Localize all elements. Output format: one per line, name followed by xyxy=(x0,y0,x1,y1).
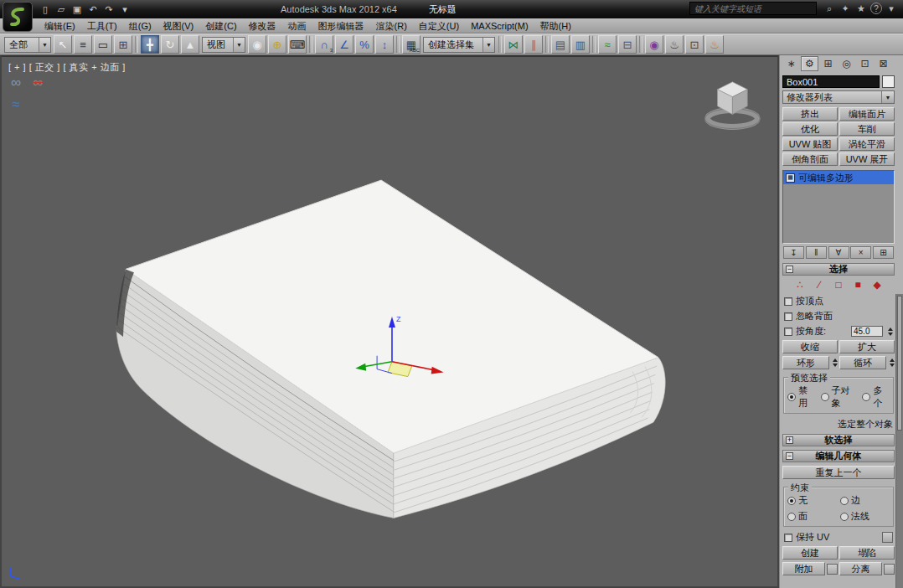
detach-settings-button[interactable] xyxy=(884,564,895,575)
tab-hierarchy[interactable]: ⊞ xyxy=(819,56,837,71)
attach-button[interactable]: 附加 xyxy=(782,562,825,575)
use-pivot-center-icon[interactable]: ◉ xyxy=(248,35,266,54)
border-subobject-icon[interactable]: □ xyxy=(833,279,845,291)
unlink-selection-icon[interactable]: ∞ xyxy=(27,72,49,94)
snap-toggle-3d-icon[interactable]: ∩3 xyxy=(315,35,333,54)
curve-editor-icon[interactable]: ≈ xyxy=(598,35,617,54)
grow-button[interactable]: 扩大 xyxy=(839,340,895,353)
selection-filter-dropdown[interactable]: 全部 xyxy=(4,37,51,53)
ignore-backfacing-checkbox[interactable]: 忽略背面 xyxy=(784,310,893,322)
menu-item[interactable]: MAXScript(M) xyxy=(465,18,534,34)
modifier-set-button[interactable]: UVW 贴图 xyxy=(782,137,838,151)
book-model[interactable] xyxy=(116,180,665,518)
spinner-arrows[interactable] xyxy=(890,358,895,367)
modifier-list-dropdown[interactable]: 修改器列表 xyxy=(782,90,895,104)
show-end-result-icon[interactable]: ‖ xyxy=(806,246,827,259)
menu-item[interactable]: 自定义(U) xyxy=(413,18,465,34)
constraint-option[interactable]: 面 xyxy=(787,510,837,523)
preserve-uv-row[interactable]: 保持 UV xyxy=(784,531,893,544)
loop-button[interactable]: 循环 xyxy=(839,356,886,369)
preserve-uv-settings-button[interactable] xyxy=(882,532,893,543)
preview-option[interactable]: 禁用 xyxy=(787,384,815,410)
menu-item[interactable]: 图形编辑器 xyxy=(312,18,370,34)
preview-option[interactable]: 子对象 xyxy=(821,384,857,410)
shrink-button[interactable]: 收缩 xyxy=(782,340,838,353)
select-by-name-icon[interactable]: ≡ xyxy=(74,35,92,54)
tab-display[interactable]: ⊡ xyxy=(856,56,874,71)
select-and-link-icon[interactable]: ∞ xyxy=(5,72,27,94)
menu-item[interactable]: 视图(V) xyxy=(157,18,200,34)
bind-to-space-warp-icon[interactable]: ≈ xyxy=(5,94,27,116)
select-and-rotate-icon[interactable]: ↻ xyxy=(161,35,179,54)
spinner-down-icon[interactable] xyxy=(833,364,838,367)
scrollbar-thumb[interactable] xyxy=(897,296,902,431)
percent-snap-icon[interactable]: % xyxy=(355,35,374,54)
polygon-subobject-icon[interactable]: ■ xyxy=(852,279,864,291)
menu-item[interactable]: 创建(C) xyxy=(199,18,242,34)
modifier-set-button[interactable]: 倒角剖面 xyxy=(782,152,838,166)
rollout-header-selection[interactable]: −选择 xyxy=(782,263,895,276)
rectangular-selection-icon[interactable]: ▭ xyxy=(94,35,112,54)
menu-item[interactable]: 组(G) xyxy=(123,18,157,34)
tab-create[interactable]: ∗ xyxy=(782,56,800,71)
modifier-set-button[interactable]: 优化 xyxy=(782,122,838,136)
repeat-last-button[interactable]: 重复上一个 xyxy=(782,466,895,479)
help-icon[interactable]: ? xyxy=(870,3,882,14)
menu-item[interactable]: 动画 xyxy=(282,18,312,34)
element-subobject-icon[interactable]: ◆ xyxy=(871,279,884,291)
ring-button[interactable]: 环形 xyxy=(782,356,829,369)
select-and-scale-icon[interactable]: ▲ xyxy=(181,35,199,54)
vertex-subobject-icon[interactable]: ∴ xyxy=(794,279,807,291)
undo-icon[interactable]: ↶ xyxy=(86,2,100,17)
material-editor-icon[interactable]: ◉ xyxy=(645,35,663,54)
schematic-view-icon[interactable]: ⊟ xyxy=(618,35,637,54)
view-cube[interactable] xyxy=(705,82,761,129)
menu-item[interactable]: 渲染(R) xyxy=(370,18,413,34)
infocenter-search-icon[interactable]: ⌕ xyxy=(823,2,836,15)
spinner-up-icon[interactable] xyxy=(890,358,895,362)
object-name-field[interactable]: Box001 xyxy=(782,75,880,88)
open-file-icon[interactable]: ▱ xyxy=(54,2,68,17)
modifier-set-button[interactable]: 编辑面片 xyxy=(839,107,895,121)
viewport[interactable]: Z [ + ] [ 正交 ] [ 真实 + 边面 ] ∞∞≈ xyxy=(0,55,779,588)
angle-snap-icon[interactable]: ∠ xyxy=(335,35,353,54)
graphite-ribbon-icon[interactable]: ▥ xyxy=(571,35,590,54)
mirror-icon[interactable]: ⋈ xyxy=(504,35,523,54)
command-panel-scrollbar[interactable] xyxy=(895,294,903,588)
attach-settings-button[interactable] xyxy=(827,564,838,575)
configure-modifier-sets-icon[interactable]: ⊞ xyxy=(873,246,894,259)
reference-coordinate-dropdown[interactable]: 视图 xyxy=(202,37,245,53)
tab-motion[interactable]: ◎ xyxy=(838,56,855,71)
menu-item[interactable]: 编辑(E) xyxy=(39,18,81,34)
spinner-snap-icon[interactable]: ↕ xyxy=(375,35,394,54)
edit-named-selection-sets-icon[interactable]: ▦ABC xyxy=(402,35,421,54)
by-vertex-checkbox[interactable]: 按顶点 xyxy=(784,295,893,307)
keyboard-shortcut-override-icon[interactable]: ⌨ xyxy=(288,35,307,54)
modifier-set-button[interactable]: 涡轮平滑 xyxy=(839,137,895,151)
spinner-down-icon[interactable] xyxy=(890,364,895,367)
layer-manager-icon[interactable]: ▤ xyxy=(551,35,570,54)
render-production-icon[interactable]: ♨ xyxy=(705,35,724,54)
rollout-header-soft-selection[interactable]: +软选择 xyxy=(782,434,895,446)
render-setup-icon[interactable]: ♨ xyxy=(665,35,684,54)
modifier-set-button[interactable]: UVW 展开 xyxy=(839,152,895,166)
spinner-down-icon[interactable] xyxy=(888,333,893,336)
edge-subobject-icon[interactable]: ∕ xyxy=(813,279,826,291)
save-file-icon[interactable]: ▣ xyxy=(70,2,84,17)
menu-item[interactable]: 修改器 xyxy=(243,18,282,34)
spinner-arrows[interactable] xyxy=(833,358,838,367)
menu-item[interactable]: 帮助(H) xyxy=(534,18,577,34)
pin-stack-icon[interactable]: ↧ xyxy=(783,246,804,259)
3ds-max-logo[interactable] xyxy=(3,2,33,32)
named-selection-sets-dropdown[interactable]: 创建选择集 xyxy=(423,37,495,53)
rollout-header-edit-geometry[interactable]: −编辑几何体 xyxy=(782,450,895,462)
spinner-up-icon[interactable] xyxy=(888,328,893,331)
collapse-button[interactable]: 塌陷 xyxy=(839,546,895,560)
select-object-icon[interactable]: ↖ xyxy=(54,35,72,54)
constraint-option[interactable]: 无 xyxy=(787,494,837,507)
modifier-stack-item[interactable]: ▦可编辑多边形 xyxy=(783,171,894,184)
preview-option[interactable]: 多个 xyxy=(862,384,890,410)
communication-center-icon[interactable]: ✦ xyxy=(838,2,852,15)
menu-item[interactable]: 工具(T) xyxy=(81,18,123,34)
tab-modify[interactable]: ⚙ xyxy=(801,56,818,71)
